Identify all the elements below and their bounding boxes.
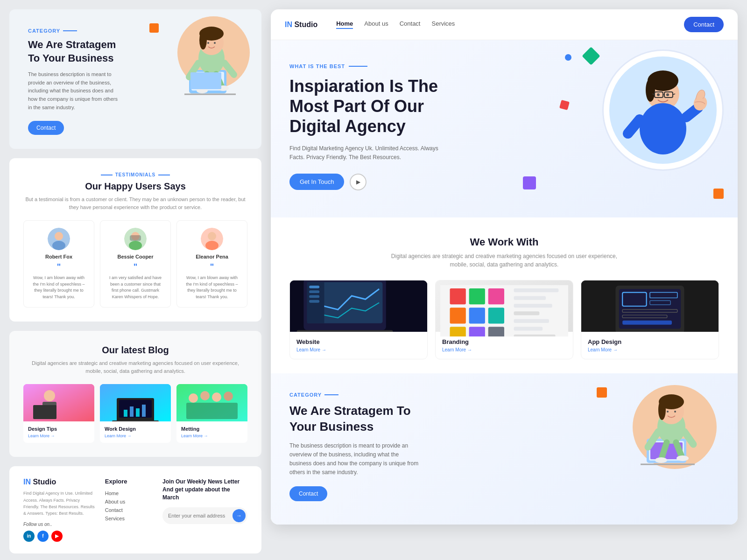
footer-brand-description: Find Digital Agency In Use. Unlimited Ac… — [23, 490, 96, 517]
hero-left-contact-button[interactable]: Contact — [28, 121, 64, 135]
svg-point-113 — [674, 411, 676, 413]
work-card-branding-learn-more[interactable]: Learn More → — [442, 347, 566, 352]
work-card-branding-title: Branding — [442, 338, 566, 345]
nav-bar: IN Studio Home About us Contact Services… — [271, 9, 738, 40]
deco-diamond — [582, 47, 600, 65]
what-label-text: WHAT IS THE BEST — [289, 63, 345, 69]
blog-grid: Design Tips Learn More → — [23, 384, 247, 443]
blog-card-2-learn-more[interactable]: Learn More → — [105, 434, 166, 438]
svg-rect-97 — [622, 321, 672, 325]
right-panel: IN Studio Home About us Contact Services… — [271, 9, 738, 553]
nav-link-contact[interactable]: Contact — [400, 20, 421, 29]
newsletter-form: → — [162, 507, 247, 524]
svg-point-17 — [55, 232, 63, 240]
svg-rect-65 — [309, 295, 319, 298]
left-panel: CATEGORY We Are Stratagem To Your Busine… — [9, 9, 261, 553]
testimonial-card-3: Eleanor Pena " Wow, I am blown away with… — [176, 220, 247, 308]
svg-point-14 — [214, 42, 216, 44]
blog-image-3 — [176, 384, 247, 421]
testimonials-section: TESTIMONIALS Our Happy Users Says But a … — [9, 158, 261, 322]
svg-rect-37 — [142, 405, 146, 417]
svg-point-111 — [658, 399, 666, 420]
svg-point-41 — [212, 392, 221, 402]
quote-icon-1: " — [31, 262, 87, 272]
facebook-icon[interactable]: f — [37, 531, 49, 542]
cat-person-svg — [621, 378, 724, 476]
work-card-branding: Branding Learn More → — [435, 280, 573, 359]
blog-card-1-learn-more[interactable]: Learn More → — [28, 434, 90, 438]
svg-point-42 — [224, 392, 233, 401]
testimonials-subtitle: But a testimonial is from a customer or … — [23, 196, 247, 211]
svg-rect-33 — [112, 420, 159, 421]
blog-card-1-body: Design Tips Learn More → — [23, 421, 94, 443]
testimonials-title: Our Happy Users Says — [23, 181, 247, 192]
footer-link-contact[interactable]: Contact — [105, 507, 153, 513]
nav-contact-button[interactable]: Contact — [684, 17, 724, 32]
svg-rect-75 — [488, 288, 504, 304]
nav-link-services[interactable]: Services — [431, 20, 455, 29]
deco-orange-rect-bottom — [597, 387, 607, 398]
svg-rect-29 — [33, 405, 56, 419]
footer-link-about[interactable]: About us — [105, 499, 153, 504]
blog-card-1-title: Design Tips — [28, 426, 90, 432]
nav-link-home[interactable]: Home — [336, 20, 353, 29]
blog-card-2-body: Work Design Learn More → — [100, 421, 171, 443]
svg-rect-36 — [136, 408, 140, 417]
svg-rect-70 — [450, 308, 466, 323]
work-card-appdesign-learn-more[interactable]: Learn More → — [588, 347, 712, 352]
linkedin-icon[interactable]: in — [23, 531, 35, 542]
hero-right-title: Inspiaration Is The Most Part Of Our Dig… — [289, 76, 467, 137]
svg-rect-74 — [469, 327, 485, 336]
quote-icon-3: " — [184, 262, 240, 272]
avatar-robert-fox — [48, 228, 70, 250]
work-cards-grid: Website Learn More → — [289, 280, 719, 359]
category-bottom-title: We Are Stratagem To Your Business — [289, 403, 420, 435]
svg-point-12 — [199, 31, 207, 49]
nav-logo-prefix: IN — [285, 21, 292, 28]
svg-point-24 — [208, 232, 216, 240]
nav-link-about[interactable]: About us — [364, 20, 388, 29]
svg-point-18 — [52, 241, 65, 250]
youtube-icon[interactable]: ▶ — [51, 531, 63, 542]
footer-section: IN Studio Find Digital Agency In Use. Un… — [9, 466, 261, 553]
svg-rect-63 — [309, 286, 319, 288]
svg-point-107 — [655, 457, 667, 463]
hero-person-container — [602, 49, 724, 171]
footer-explore: Explore Home About us Contact Services — [105, 478, 153, 542]
category-bottom-contact-button[interactable]: Contact — [289, 486, 327, 501]
blog-card-2-title: Work Design — [105, 426, 166, 432]
work-card-website-learn-more[interactable]: Learn More → — [296, 347, 421, 352]
nav-links: Home About us Contact Services — [336, 20, 670, 29]
work-card-website-title: Website — [296, 338, 421, 345]
footer-newsletter: Join Our Weekly News Letter And get upda… — [162, 478, 247, 542]
testimonial-card-1: Robert Fox " Wow, I am blown away with t… — [23, 220, 94, 308]
deco-orange-rect-hero — [713, 189, 724, 199]
footer-link-services[interactable]: Services — [105, 516, 153, 521]
play-button[interactable]: ▶ — [350, 174, 366, 190]
testimonial-text-2: I am very satisfied and have been a cust… — [107, 275, 163, 300]
svg-point-112 — [667, 411, 669, 413]
work-card-website-body: Website Learn More → — [290, 332, 427, 359]
hero-buttons: Get In Touch ▶ — [289, 174, 719, 190]
svg-point-25 — [205, 241, 218, 250]
newsletter-email-input[interactable] — [168, 513, 233, 518]
svg-rect-35 — [130, 406, 134, 417]
svg-rect-80 — [514, 304, 552, 308]
testimonial-name-3: Eleanor Pena — [184, 254, 240, 259]
svg-point-39 — [189, 393, 198, 403]
testimonial-card-2: Bessie Cooper " I am very satisfied and … — [100, 220, 171, 308]
svg-rect-22 — [130, 235, 141, 241]
work-card-website: Website Learn More → — [289, 280, 428, 359]
category-bottom-section: CATEGORY We Are Stratagem To Your Busine… — [271, 373, 738, 525]
testimonials-grid: Robert Fox " Wow, I am blown away with t… — [23, 220, 247, 308]
newsletter-submit-button[interactable]: → — [233, 509, 246, 522]
work-with-title: We Work With — [289, 236, 719, 248]
svg-point-13 — [207, 42, 209, 44]
get-in-touch-button[interactable]: Get In Touch — [289, 174, 344, 190]
quote-icon-2: " — [107, 262, 163, 272]
blog-card-3-learn-more[interactable]: Learn More → — [181, 434, 243, 438]
hero-person-illustration — [163, 9, 257, 107]
category-bottom-person — [621, 378, 724, 478]
svg-rect-67 — [297, 330, 393, 332]
footer-link-home[interactable]: Home — [105, 490, 153, 496]
